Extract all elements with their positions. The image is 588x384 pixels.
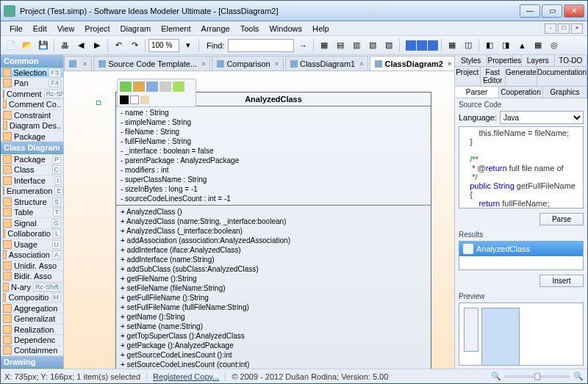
find-go-icon[interactable]: → [295, 38, 310, 53]
toolbox-item[interactable]: StructureS [1, 197, 63, 207]
color-white[interactable] [130, 95, 139, 104]
document-tab[interactable]: ClassDiagram1× [285, 56, 368, 70]
operation-row[interactable]: + getFileName ():String [121, 274, 426, 283]
tab-close-icon[interactable]: × [275, 60, 279, 68]
operation-row[interactable]: + getTopSuperClass ():AnalyzedClass [121, 331, 426, 341]
operation-row[interactable]: + setSourceCodeLinesCount (count:int) [121, 360, 426, 369]
toolbox-item[interactable]: PackageP [1, 154, 63, 164]
toolbox-item[interactable]: UsageU [1, 239, 63, 250]
print-icon[interactable]: 🖶 [57, 38, 72, 53]
attribute-row[interactable]: - parentPackage : AnalyzedPackage [121, 156, 426, 165]
toolbox-item[interactable]: Dependenc [1, 335, 63, 345]
operation-row[interactable]: + getName ():String [121, 312, 426, 322]
menu-element[interactable]: Element [157, 23, 195, 35]
nav-back-icon[interactable]: ◀ [74, 38, 88, 53]
operation-row[interactable]: + addAssociation (association:AnalyzedAs… [121, 236, 426, 245]
redo-icon[interactable]: ↷ [127, 38, 142, 53]
layout2-icon[interactable] [417, 40, 427, 51]
misc4-icon[interactable]: ▦ [531, 38, 545, 53]
zoom-out-icon[interactable]: 🔍 [491, 372, 501, 381]
toolbox-item[interactable]: SelectionF3 [1, 68, 63, 78]
menu-diagram[interactable]: Diagram [116, 23, 156, 35]
registered-link[interactable]: Registered Copy... [153, 372, 219, 381]
menu-file[interactable]: File [5, 23, 27, 35]
tool-d-icon[interactable]: ▧ [365, 38, 380, 53]
panel-tab[interactable]: TO-DO [555, 55, 587, 66]
panel-tab[interactable]: Styles [455, 55, 487, 66]
panel-tab[interactable]: Project [455, 67, 481, 86]
misc3-icon[interactable]: ▲ [514, 38, 529, 53]
layout1-icon[interactable] [406, 40, 416, 51]
tool-a-icon[interactable]: ▦ [317, 38, 331, 53]
zoom-in-icon[interactable]: 🔍 [573, 372, 584, 381]
operation-row[interactable]: + setName (name:String) [121, 322, 426, 331]
toolbox-item[interactable]: Containmen [1, 346, 63, 356]
fb-more-icon[interactable] [159, 81, 171, 92]
maximize-button[interactable]: ▭ [542, 4, 562, 18]
document-tab[interactable]: × [64, 56, 92, 70]
tool-c-icon[interactable]: ▥ [349, 38, 364, 53]
toolbox-item[interactable]: Unidir. Asso [1, 261, 63, 271]
toolbox-item[interactable]: Comment Co.. [1, 99, 63, 109]
menu-view[interactable]: View [53, 23, 79, 35]
attribute-row[interactable]: - name : String [121, 108, 426, 117]
tab-close-icon[interactable]: × [201, 60, 205, 68]
operation-row[interactable]: + getPackage ():AnalyzedPackage [121, 341, 426, 350]
toolbox-item[interactable]: PanF4 [1, 78, 63, 88]
misc2-icon[interactable]: ◨ [498, 38, 513, 53]
toolbox-item[interactable]: Constraint [1, 110, 63, 120]
mdi-min[interactable]: - [545, 23, 556, 34]
toolbox-item[interactable]: ClassC [1, 165, 63, 175]
toolbox-item[interactable]: Diagram Des.. [1, 120, 63, 131]
menu-arrange[interactable]: Arrange [197, 23, 234, 35]
find-input[interactable] [228, 39, 294, 52]
menu-windows[interactable]: Windows [265, 23, 306, 35]
toolbox-item[interactable]: CommentRc-Shift [1, 89, 63, 99]
menu-project[interactable]: Project [80, 23, 114, 35]
fb-edit-icon[interactable] [133, 81, 145, 92]
color-fill[interactable] [140, 95, 149, 104]
menu-help[interactable]: Help [308, 23, 334, 35]
mdi-restore[interactable]: □ [558, 23, 570, 34]
panel-tab[interactable]: Cooperation [499, 87, 543, 98]
new-icon[interactable]: 📄 [4, 38, 18, 53]
operation-row[interactable]: + getSourceCodeLinesCount ():int [121, 350, 426, 360]
nav-fwd-icon[interactable]: ▶ [90, 38, 104, 53]
panel-tab[interactable]: Documentation [537, 67, 587, 86]
toolbox-item[interactable]: Generalizat [1, 314, 63, 324]
close-button[interactable]: ✕ [564, 4, 584, 18]
zoom-slider[interactable] [504, 375, 570, 378]
toolbox-item[interactable]: TableT [1, 208, 63, 218]
toolbox-item[interactable]: CollaboratioL [1, 229, 63, 239]
mdi-close[interactable]: × [571, 23, 583, 34]
fb-link-icon[interactable] [173, 81, 184, 92]
insert-button[interactable]: Insert [539, 275, 584, 287]
fb-copy-icon[interactable] [146, 81, 158, 92]
canvas[interactable]: AnalyzedClass - name : String- simpleNam… [64, 71, 454, 369]
toolbox-item[interactable]: N-aryRc-Shift [1, 282, 63, 292]
toolbox-item[interactable]: InterfaceI [1, 175, 63, 186]
open-icon[interactable]: 📂 [20, 38, 35, 53]
operation-row[interactable]: + AnalyzedClass () [121, 207, 426, 217]
operation-row[interactable]: + AnalyzedClass (_interface:boolean) [121, 226, 426, 236]
misc5-icon[interactable]: ◎ [547, 38, 562, 53]
operation-row[interactable]: + addInterface (name:String) [121, 255, 426, 264]
attribute-row[interactable]: - _interface : boolean = false [121, 146, 426, 156]
misc1-icon[interactable]: ◧ [482, 38, 497, 53]
toolbox-item[interactable]: Aggregation [1, 303, 63, 314]
attribute-row[interactable]: - superClassName : String [121, 175, 426, 184]
attribute-row[interactable]: - modifiers : int [121, 165, 426, 175]
toolbox-item[interactable]: Bidir. Asso [1, 271, 63, 281]
tab-close-icon[interactable]: × [359, 60, 363, 68]
menu-tools[interactable]: Tools [236, 23, 264, 35]
result-item[interactable]: AnalyzedClass [459, 242, 583, 256]
panel-tab[interactable]: Parser [455, 87, 499, 98]
document-tab[interactable]: Source Code Template...× [93, 56, 210, 70]
toolbox-item[interactable]: EnumerationE [1, 186, 63, 197]
tool-e-icon[interactable]: ▨ [381, 38, 396, 53]
attribute-row[interactable]: - fileName : String [121, 127, 426, 137]
parse-button[interactable]: Parse [539, 213, 584, 225]
document-tab[interactable]: ClassDiagram2× [370, 56, 454, 70]
toolbox-group-header[interactable]: Class Diagram [1, 142, 63, 154]
attribute-row[interactable]: - fullFileName : String [121, 137, 426, 146]
